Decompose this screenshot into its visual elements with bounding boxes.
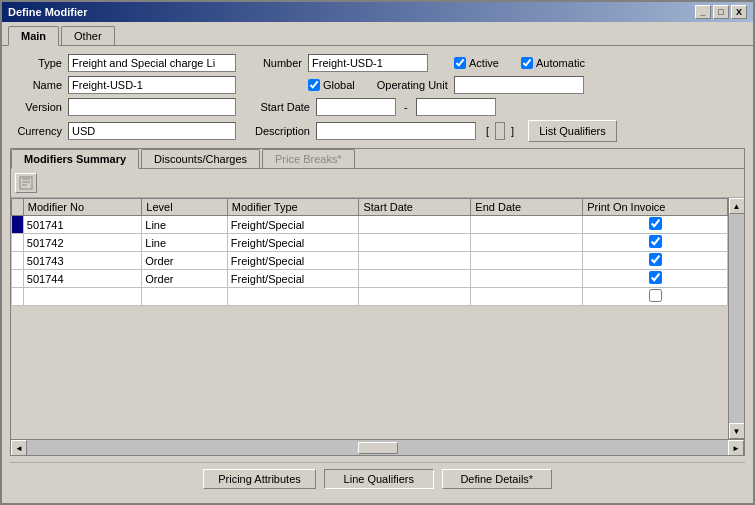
cell-modifier-no-2[interactable] [23, 234, 141, 252]
type-label: Type [10, 57, 62, 69]
cell-start-1[interactable] [359, 216, 471, 234]
input-modifier-no-1[interactable] [27, 219, 138, 231]
input-start-5[interactable] [362, 291, 467, 303]
input-level-1[interactable] [145, 219, 224, 231]
input-modifier-no-5[interactable] [27, 291, 138, 303]
cell-start-5[interactable] [359, 288, 471, 306]
input-type-5[interactable] [231, 291, 356, 303]
global-label-text: Global [323, 79, 355, 91]
input-type-2[interactable] [231, 237, 356, 249]
tab-discounts-charges[interactable]: Discounts/Charges [141, 149, 260, 168]
input-end-2[interactable] [474, 237, 579, 249]
row-indicator-2 [12, 234, 24, 252]
cell-modifier-no-5[interactable] [23, 288, 141, 306]
active-checkbox[interactable] [454, 57, 466, 69]
input-level-4[interactable] [145, 273, 224, 285]
tab-price-breaks[interactable]: Price Breaks* [262, 149, 355, 168]
checkbox-invoice-5[interactable] [649, 289, 662, 302]
input-start-1[interactable] [362, 219, 467, 231]
h-scroll-track[interactable] [27, 440, 728, 455]
cell-level-5[interactable] [142, 288, 228, 306]
cell-modifier-no-4[interactable] [23, 270, 141, 288]
description-field[interactable] [316, 122, 476, 140]
close-button[interactable]: X [731, 5, 747, 19]
cell-end-1[interactable] [471, 216, 583, 234]
window-title: Define Modifier [8, 6, 87, 18]
cell-end-2[interactable] [471, 234, 583, 252]
cell-type-3[interactable] [227, 252, 359, 270]
cell-end-5[interactable] [471, 288, 583, 306]
number-field[interactable] [308, 54, 428, 72]
cell-modifier-no-1[interactable] [23, 216, 141, 234]
type-field[interactable] [68, 54, 236, 72]
cell-invoice-2[interactable] [583, 234, 728, 252]
table-scroll[interactable]: Modifier No Level Modifier Type Start Da… [11, 198, 728, 439]
line-qualifiers-button[interactable]: Line Qualifiers [324, 469, 434, 489]
maximize-button[interactable]: □ [713, 5, 729, 19]
vertical-scrollbar[interactable]: ▲ ▼ [728, 198, 744, 439]
checkbox-invoice-1[interactable] [649, 217, 662, 230]
cell-end-4[interactable] [471, 270, 583, 288]
cell-invoice-1[interactable] [583, 216, 728, 234]
cell-level-3[interactable] [142, 252, 228, 270]
checkbox-invoice-3[interactable] [649, 253, 662, 266]
pricing-attributes-button[interactable]: Pricing Attributes [203, 469, 316, 489]
currency-field[interactable] [68, 122, 236, 140]
name-field[interactable] [68, 76, 236, 94]
input-type-1[interactable] [231, 219, 356, 231]
cell-start-3[interactable] [359, 252, 471, 270]
h-scroll-thumb[interactable] [358, 442, 398, 454]
input-end-5[interactable] [474, 291, 579, 303]
input-end-3[interactable] [474, 255, 579, 267]
input-level-2[interactable] [145, 237, 224, 249]
cell-start-2[interactable] [359, 234, 471, 252]
scroll-track [729, 214, 744, 423]
cell-type-5[interactable] [227, 288, 359, 306]
start-date-field[interactable] [316, 98, 396, 116]
cell-level-1[interactable] [142, 216, 228, 234]
tab-other[interactable]: Other [61, 26, 115, 45]
cell-level-2[interactable] [142, 234, 228, 252]
input-type-3[interactable] [231, 255, 356, 267]
input-modifier-no-3[interactable] [27, 255, 138, 267]
cell-end-3[interactable] [471, 252, 583, 270]
list-qualifiers-button[interactable]: List Qualifiers [528, 120, 617, 142]
scroll-up-button[interactable]: ▲ [729, 198, 745, 214]
end-date-field[interactable] [416, 98, 496, 116]
input-type-4[interactable] [231, 273, 356, 285]
tab-modifiers-summary[interactable]: Modifiers Summary [11, 149, 139, 169]
cell-type-2[interactable] [227, 234, 359, 252]
input-start-2[interactable] [362, 237, 467, 249]
cell-level-4[interactable] [142, 270, 228, 288]
scroll-right-button[interactable]: ► [728, 440, 744, 456]
automatic-checkbox[interactable] [521, 57, 533, 69]
input-start-3[interactable] [362, 255, 467, 267]
input-end-1[interactable] [474, 219, 579, 231]
cell-modifier-no-3[interactable] [23, 252, 141, 270]
input-start-4[interactable] [362, 273, 467, 285]
input-modifier-no-2[interactable] [27, 237, 138, 249]
cell-start-4[interactable] [359, 270, 471, 288]
bracket-button[interactable] [495, 122, 505, 140]
input-level-3[interactable] [145, 255, 224, 267]
global-checkbox[interactable] [308, 79, 320, 91]
checkbox-invoice-2[interactable] [649, 235, 662, 248]
cell-invoice-4[interactable] [583, 270, 728, 288]
cell-invoice-3[interactable] [583, 252, 728, 270]
cell-invoice-5[interactable] [583, 288, 728, 306]
cell-type-1[interactable] [227, 216, 359, 234]
table-row [12, 288, 728, 306]
checkbox-invoice-4[interactable] [649, 271, 662, 284]
toolbar-edit-button[interactable] [15, 173, 37, 193]
scroll-left-button[interactable]: ◄ [11, 440, 27, 456]
tab-main[interactable]: Main [8, 26, 59, 46]
cell-type-4[interactable] [227, 270, 359, 288]
input-end-4[interactable] [474, 273, 579, 285]
input-modifier-no-4[interactable] [27, 273, 138, 285]
minimize-button[interactable]: _ [695, 5, 711, 19]
define-details-button[interactable]: Define Details* [442, 469, 552, 489]
version-field[interactable] [68, 98, 236, 116]
scroll-down-button[interactable]: ▼ [729, 423, 745, 439]
input-level-5[interactable] [145, 291, 224, 303]
operating-unit-field[interactable] [454, 76, 584, 94]
